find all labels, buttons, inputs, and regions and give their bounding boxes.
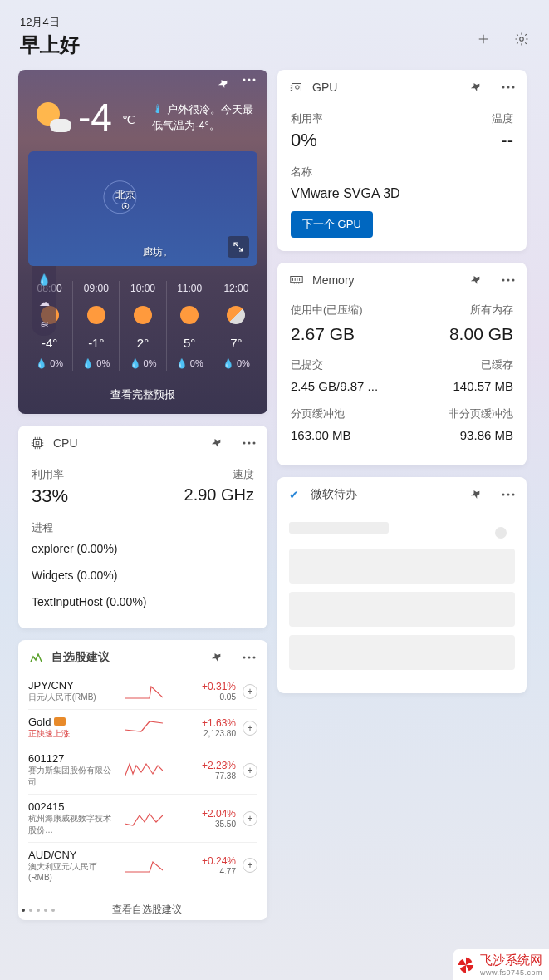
weather-hour[interactable]: 12:00 7° 💧 0% (213, 281, 259, 371)
weather-full-forecast-link[interactable]: 查看完整预报 (18, 376, 267, 414)
svg-point-14 (502, 86, 505, 89)
hour-weather-icon (180, 306, 199, 324)
gpu-next-button[interactable]: 下一个 GPU (291, 211, 373, 238)
cpu-card: CPU 利用率 33% 速度 2.90 GHz 进程 explorer (0.0… (18, 426, 267, 628)
mem-value: 2.45 GB/9.87 ... (291, 377, 378, 393)
svg-point-10 (248, 657, 251, 659)
pin-icon[interactable] (468, 272, 484, 288)
stock-sparkline (125, 762, 163, 779)
pin-icon[interactable] (468, 79, 484, 96)
cpu-process-row: TextInputHost (0.00%) (32, 588, 254, 615)
hour-time: 10:00 (120, 283, 165, 294)
stock-add-button[interactable]: + (243, 684, 257, 699)
cpu-speed-value: 2.90 GHz (184, 485, 254, 505)
stocks-pager[interactable] (22, 909, 55, 912)
cpu-util-label: 利用率 (32, 467, 68, 482)
stock-subtitle: 日元/人民币(RMB) (28, 692, 118, 703)
stock-change: +2.04% (169, 808, 236, 820)
stock-add-button[interactable]: + (243, 763, 257, 778)
weather-unit: ℃ (122, 113, 135, 126)
layer-cloud-icon[interactable]: ☁ (39, 296, 50, 308)
weather-hour[interactable]: 09:00 -1° 💧 0% (73, 281, 120, 371)
mem-label: 所有内存 (470, 303, 513, 318)
svg-point-1 (243, 79, 246, 81)
watermark-icon (457, 956, 475, 974)
stock-sparkline (125, 683, 163, 700)
pin-icon[interactable] (208, 649, 225, 666)
gpu-name-value: VMware SVGA 3D (291, 186, 513, 201)
layer-wind-icon[interactable]: ≋ (40, 318, 49, 331)
gpu-name-label: 名称 (291, 165, 513, 180)
thermometer-icon: 🌡 (152, 102, 164, 116)
more-icon[interactable] (502, 493, 515, 496)
cpu-speed-label: 速度 (184, 467, 254, 482)
stock-price: 2,123.80 (169, 729, 236, 738)
settings-icon[interactable] (514, 32, 529, 47)
header-date: 12月4日 (20, 15, 80, 30)
stocks-view-all-link[interactable]: 查看自选股建议 (55, 903, 239, 917)
weather-hour[interactable]: 10:00 2° 💧 0% (120, 281, 166, 371)
stock-row[interactable]: AUD/CNY 澳大利亚元/人民币(RMB) +0.24% 4.77 + (28, 843, 257, 888)
hour-precip: 💧 0% (213, 358, 259, 369)
memory-title: Memory (312, 273, 462, 287)
more-icon[interactable] (502, 278, 515, 282)
stock-row[interactable]: 002415 杭州海康威视数字技术股份… +2.04% 35.50 + (28, 795, 257, 843)
stock-change: +0.24% (169, 855, 236, 867)
todo-icon: ✔ (289, 488, 299, 501)
pin-icon[interactable] (468, 486, 484, 503)
gpu-temp-label: 温度 (492, 111, 513, 126)
weather-hour[interactable]: 11:00 5° 💧 0% (167, 281, 213, 371)
layer-precip-icon[interactable]: 💧 (37, 273, 51, 286)
more-icon[interactable] (243, 78, 256, 81)
stock-symbol: AUD/CNY (28, 849, 118, 861)
stock-symbol: 601127 (28, 752, 118, 765)
cpu-process-row: Widgets (0.00%) (32, 562, 254, 588)
svg-point-8 (253, 442, 256, 445)
stock-subtitle: 赛力斯集团股份有限公司 (28, 765, 118, 788)
pin-icon[interactable] (208, 435, 225, 451)
stock-add-button[interactable]: + (243, 721, 257, 736)
hour-time: 12:00 (213, 283, 259, 294)
todo-card: ✔ 微软待办 (277, 477, 527, 693)
todo-title: 微软待办 (311, 487, 462, 502)
hour-time: 11:00 (167, 283, 213, 294)
svg-point-7 (248, 442, 251, 445)
map-expand-icon[interactable] (228, 236, 249, 258)
add-widget-icon[interactable] (476, 32, 491, 47)
svg-point-9 (243, 657, 246, 659)
hour-temp: 5° (167, 336, 213, 350)
hour-time: 09:00 (73, 283, 119, 294)
stock-change: +1.63% (169, 717, 236, 729)
hour-precip: 💧 0% (167, 358, 213, 369)
stock-change: +0.31% (169, 681, 236, 692)
svg-point-21 (502, 494, 505, 496)
gpu-util-label: 利用率 (291, 111, 323, 126)
weather-map[interactable]: 北京 廊坊。 (28, 151, 257, 266)
hour-temp: 7° (213, 336, 259, 350)
stock-add-button[interactable]: + (243, 858, 257, 873)
weather-current-icon (35, 99, 71, 135)
stock-add-button[interactable]: + (243, 811, 257, 826)
svg-point-20 (512, 279, 515, 282)
stocks-card: 自选股建议 JPY/CNY 日元/人民币(RMB) +0.31% 0.05 + … (18, 640, 267, 920)
stock-row[interactable]: 601127 赛力斯集团股份有限公司 +2.23% 77.38 + (28, 746, 257, 795)
hour-temp: -1° (73, 336, 119, 350)
msn-icon (30, 653, 43, 662)
mem-value: 93.86 MB (460, 426, 513, 442)
cpu-proc-label: 进程 (32, 520, 254, 535)
more-icon[interactable] (243, 441, 256, 445)
svg-point-19 (507, 279, 510, 282)
map-city-langfang: 廊坊。 (143, 245, 173, 259)
stock-sparkline (125, 810, 163, 827)
todo-skeleton (289, 592, 515, 627)
more-icon[interactable] (502, 86, 515, 89)
stocks-title: 自选股建议 (51, 650, 203, 665)
more-icon[interactable] (243, 656, 256, 659)
stock-subtitle: 杭州海康威视数字技术股份… (28, 813, 118, 836)
stock-row[interactable]: JPY/CNY 日元/人民币(RMB) +0.31% 0.05 + (28, 673, 257, 710)
svg-point-23 (512, 494, 515, 496)
stock-subtitle: 正快速上涨 (28, 728, 118, 740)
weather-temp: -4 (78, 95, 112, 140)
stock-price: 35.50 (169, 820, 236, 829)
stock-row[interactable]: Gold 正快速上涨 +1.63% 2,123.80 + (28, 710, 257, 746)
